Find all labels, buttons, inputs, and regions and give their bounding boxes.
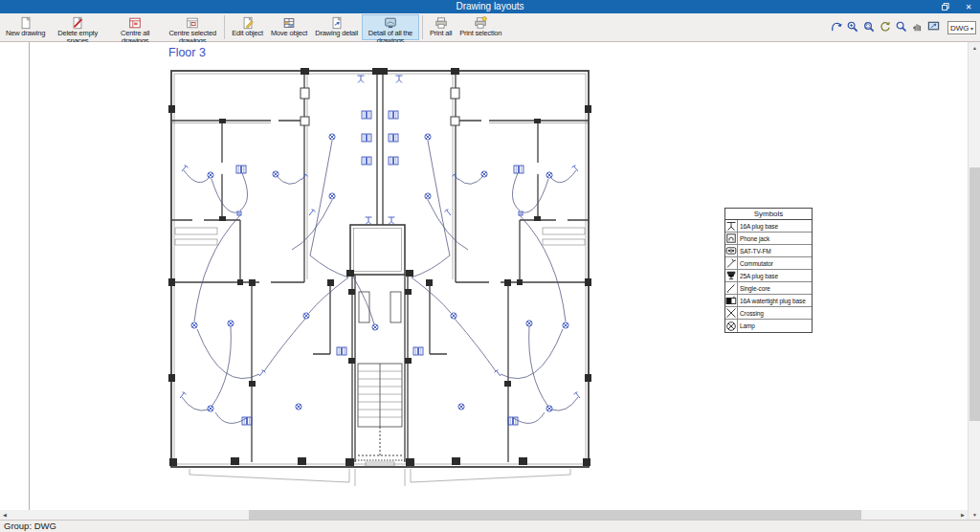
toolbar-separator (422, 15, 423, 39)
panel-divider (29, 42, 30, 510)
undo-view-button[interactable] (829, 21, 842, 34)
regen-icon (879, 19, 891, 36)
toolbar-button-label: Print all (430, 30, 452, 37)
close-button[interactable]: ✕ (957, 0, 980, 13)
detail-all-button[interactable]: Detail of all the drawings (362, 14, 419, 40)
centre-all-icon (128, 16, 142, 30)
watertight-16a-icon (725, 295, 738, 307)
drawing-canvas[interactable]: Floor 3 (0, 42, 980, 510)
restore-button[interactable] (934, 0, 957, 13)
vertical-scrollbar[interactable]: ▲ ▼ (968, 42, 980, 520)
legend-row: 16A watertight plug base (725, 295, 812, 307)
plug-25a-icon (725, 270, 738, 282)
scroll-left-arrow[interactable]: ◀ (0, 510, 10, 520)
legend-label: Commutator (738, 260, 773, 267)
format-select-value: DWG (950, 24, 969, 33)
scroll-up-arrow[interactable]: ▲ (969, 42, 980, 53)
toolbar-button-label: Drawing detail (315, 30, 358, 37)
legend-label: 16A watertight plug base (738, 298, 806, 304)
edit-object-button[interactable]: Edit object (228, 14, 267, 40)
regen-button[interactable] (878, 21, 891, 34)
full-screen-button[interactable] (926, 21, 940, 34)
legend-row: 25A plug base (725, 270, 812, 282)
single-core-icon (725, 282, 738, 295)
full-screen-icon (927, 19, 940, 36)
commutator-icon (725, 257, 738, 270)
symbols-legend: Symbols 16A plug basePhone jackSAT-TV-FM… (724, 208, 813, 333)
new-drawing-button[interactable]: New drawing (2, 14, 49, 40)
restore-icon (942, 3, 949, 11)
app-window: Drawing layouts ✕ New drawingDelete empt… (0, 0, 980, 532)
drawing-detail-button[interactable]: Drawing detail (311, 14, 362, 40)
legend-row: SAT-TV-FM (725, 245, 812, 257)
scroll-down-arrow[interactable]: ▼ (969, 509, 980, 520)
undo-view-icon (830, 19, 842, 36)
zoom-window-icon (862, 19, 875, 36)
new-drawing-icon (19, 16, 33, 30)
window-title: Drawing layouts (0, 0, 980, 13)
legend-row: 16A plug base (725, 220, 812, 233)
plug-16a-icon (725, 220, 738, 233)
print-selection-button[interactable]: Print selection (456, 14, 505, 40)
crossing-icon (725, 307, 738, 320)
pan-icon (911, 19, 924, 36)
legend-label: 16A plug base (738, 223, 778, 230)
legend-label: Lamp (738, 322, 755, 329)
delete-empty-button[interactable]: Delete empty spaces (49, 14, 106, 40)
zoom-window-button[interactable] (861, 21, 875, 34)
print-selection-icon (474, 16, 487, 30)
move-object-button[interactable]: Move object (267, 14, 311, 40)
toolbar-button-label: Move object (271, 30, 307, 37)
status-bar: Group: DWG (0, 520, 980, 532)
horizontal-scroll-thumb[interactable] (249, 510, 861, 520)
centre-selected-icon (186, 16, 199, 30)
title-bar: Drawing layouts ✕ (0, 0, 980, 13)
lamp-icon (725, 320, 738, 332)
legend-label: Phone jack (738, 235, 769, 242)
zoom-extents-icon (846, 19, 858, 36)
legend-row: Lamp (725, 320, 812, 332)
horizontal-scrollbar[interactable]: ◀ ▶ (0, 510, 968, 520)
toolbar-button-label: New drawing (6, 30, 45, 37)
zoom-icon (895, 19, 907, 36)
chevron-down-icon: ▾ (970, 25, 973, 32)
zoom-button[interactable] (894, 21, 907, 34)
drawing-title: Floor 3 (168, 46, 206, 59)
status-group-label: Group: DWG (0, 521, 980, 532)
floor-plan[interactable] (167, 59, 592, 490)
pan-button[interactable] (910, 21, 924, 34)
drawing-detail-icon (330, 16, 344, 30)
detail-all-icon (384, 16, 397, 30)
print-all-icon (434, 16, 448, 30)
vertical-scroll-thumb[interactable] (969, 167, 980, 421)
view-toolbar: DWG▾ (829, 13, 976, 42)
legend-label: Crossing (738, 310, 764, 317)
format-select[interactable]: DWG▾ (947, 21, 976, 34)
legend-row: Phone jack (725, 233, 812, 245)
edit-object-icon (241, 16, 255, 30)
zoom-extents-button[interactable] (845, 21, 858, 34)
legend-title: Symbols (725, 209, 812, 220)
legend-row: Commutator (725, 257, 812, 270)
legend-label: SAT-TV-FM (738, 248, 771, 255)
toolbar-button-label: Edit object (232, 30, 263, 37)
toolbar-separator (224, 15, 225, 39)
legend-row: Crossing (725, 307, 812, 320)
phone-jack-icon (725, 233, 738, 245)
centre-all-button[interactable]: Centre all drawings (106, 14, 164, 40)
centre-selected-button[interactable]: Centre selected drawings (164, 14, 221, 40)
move-object-icon (282, 16, 296, 30)
print-all-button[interactable]: Print all (426, 14, 456, 40)
legend-label: Single-core (738, 285, 770, 292)
legend-row: Single-core (725, 282, 812, 295)
window-controls: ✕ (934, 0, 980, 13)
sat-tv-fm-icon (725, 245, 738, 257)
toolbar-button-label: Print selection (459, 30, 501, 37)
legend-label: 25A plug base (738, 273, 778, 279)
floor-plan-drawing (167, 59, 592, 490)
delete-empty-icon (71, 16, 84, 30)
scroll-right-arrow[interactable]: ▶ (958, 510, 968, 520)
